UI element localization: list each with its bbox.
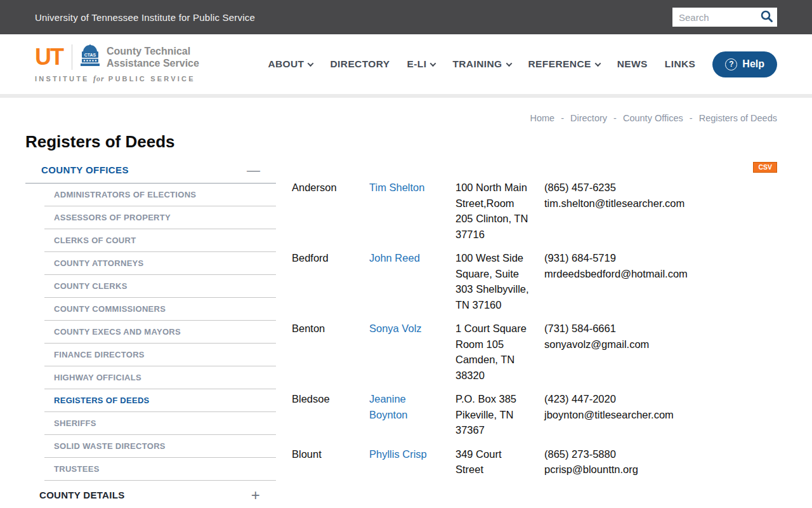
name-cell: Tim Shelton (369, 180, 455, 242)
sidebar-item-highway-officials[interactable]: HIGHWAY OFFICIALS (44, 366, 276, 389)
collapse-minus-icon[interactable]: — (247, 166, 260, 175)
county-cell: Bledsoe (292, 391, 369, 438)
sidebar-section-title: COUNTY OFFICES (41, 164, 129, 175)
table-row: Benton Sonya Volz 1 Court Square Room 10… (292, 321, 777, 383)
sidebar-item-county-attorneys[interactable]: COUNTY ATTORNEYS (44, 252, 276, 275)
phone-text: (423) 447-2020 (544, 391, 777, 407)
registers-table: CSV Anderson Tim Shelton 100 North Main … (292, 161, 777, 486)
sidebar-section-county-details[interactable]: COUNTY DETAILS + (25, 481, 276, 500)
search-input[interactable] (672, 12, 759, 23)
address-cell: 100 North Main Street,Room 205 Clinton, … (455, 180, 529, 242)
ut-logo: UT (35, 46, 63, 69)
chevron-down-icon (308, 60, 314, 67)
register-name-link[interactable]: Sonya Volz (369, 321, 422, 337)
csv-export-button[interactable]: CSV (753, 162, 777, 173)
capitol-icon: CTAS (80, 44, 100, 70)
contact-cell: (865) 457-6235 tim.shelton@titlesearcher… (544, 180, 777, 242)
search-button[interactable] (759, 10, 777, 25)
site-header: UT CTAS County Technical Assistance Serv (0, 34, 812, 94)
org-name: County Technical Assistance Service (107, 45, 199, 69)
search-icon (760, 10, 773, 25)
sidebar-item-finance-directors[interactable]: FINANCE DIRECTORS (44, 344, 276, 366)
sidebar-item-county-commissioners[interactable]: COUNTY COMMISSIONERS (44, 298, 276, 321)
chevron-down-icon (594, 60, 601, 67)
nav-e-li[interactable]: E-LI (407, 58, 436, 70)
sidebar-list: ADMINISTRATORS OF ELECTIONS ASSESSORS OF… (25, 184, 276, 481)
sidebar-item-registers-of-deeds[interactable]: REGISTERS OF DEEDS (44, 389, 276, 412)
top-utility-bar: University of Tennessee Institute for Pu… (0, 0, 812, 34)
breadcrumb-separator: - (561, 113, 564, 123)
main-nav: ABOUT DIRECTORY E-LI TRAINING REFERENCE … (268, 51, 777, 77)
register-name-link[interactable]: John Reed (369, 250, 420, 266)
contact-cell: (865) 273-5880 pcrisp@blounttn.org (544, 446, 777, 478)
register-name-link[interactable]: Jeanine Boynton (369, 391, 439, 422)
nav-training[interactable]: TRAINING (452, 58, 511, 70)
institute-tagline: INSTITUTE for PUBLIC SERVICE (35, 74, 199, 84)
address-cell: P.O. Box 385 Pikeville, TN 37367 (455, 391, 529, 438)
contact-cell: (731) 584-6661 sonyavolz@gmail.com (544, 321, 777, 383)
nav-news[interactable]: NEWS (617, 58, 648, 70)
svg-text:CTAS: CTAS (84, 53, 96, 57)
table-row: Anderson Tim Shelton 100 North Main Stre… (292, 180, 777, 242)
email-text: tim.shelton@titlesearcher.com (544, 196, 777, 211)
page-content: Home - Directory - County Offices - Regi… (0, 113, 812, 500)
table-row: Bedford John Reed 100 West Side Square, … (292, 250, 777, 312)
phone-text: (931) 684-5719 (544, 250, 777, 266)
name-cell: John Reed (369, 250, 455, 312)
contact-cell: (931) 684-5719 mrdeedsbedford@hotmail.co… (544, 250, 777, 312)
county-cell: Bedford (292, 250, 369, 312)
logo-top-row: UT CTAS County Technical Assistance Serv (35, 44, 199, 70)
name-cell: Sonya Volz (369, 321, 455, 383)
sidebar-item-sheriffs[interactable]: SHERIFFS (44, 412, 276, 435)
page-title: Registers of Deeds (25, 132, 777, 152)
system-title: University of Tennessee Institute for Pu… (35, 12, 255, 23)
email-text: jboynton@titlesearcher.com (544, 407, 777, 423)
phone-text: (731) 584-6661 (544, 321, 777, 337)
address-cell: 349 Court Street (455, 446, 529, 478)
export-row: CSV (292, 161, 777, 175)
breadcrumb-separator: - (613, 113, 617, 123)
nav-reference[interactable]: REFERENCE (528, 58, 600, 70)
sidebar-item-county-execs-and-mayors[interactable]: COUNTY EXECS AND MAYORS (44, 321, 276, 344)
register-name-link[interactable]: Tim Shelton (369, 180, 424, 196)
chevron-down-icon (506, 60, 512, 67)
help-button[interactable]: ? Help (712, 51, 777, 77)
sidebar-item-solid-waste-directors[interactable]: SOLID WASTE DIRECTORS (44, 435, 276, 458)
expand-plus-icon[interactable]: + (251, 491, 260, 500)
contact-cell: (423) 447-2020 jboynton@titlesearcher.co… (544, 391, 777, 438)
sidebar-item-county-clerks[interactable]: COUNTY CLERKS (44, 275, 276, 298)
nav-directory[interactable]: DIRECTORY (330, 58, 390, 70)
email-text: pcrisp@blounttn.org (544, 462, 777, 478)
sidebar: COUNTY OFFICES — ADMINISTRATORS OF ELECT… (25, 161, 276, 500)
breadcrumb-directory[interactable]: Directory (570, 113, 607, 123)
nav-links[interactable]: LINKS (665, 58, 696, 70)
register-name-link[interactable]: Phyllis Crisp (369, 446, 427, 462)
email-text: mrdeedsbedford@hotmail.com (544, 266, 777, 282)
address-cell: 1 Court Square Room 105 Camden, TN 38320 (455, 321, 529, 383)
sidebar-item-administrators-of-elections[interactable]: ADMINISTRATORS OF ELECTIONS (44, 184, 276, 206)
breadcrumb: Home - Directory - County Offices - Regi… (25, 113, 777, 123)
ctas-logo[interactable]: UT CTAS County Technical Assistance Serv (35, 44, 199, 84)
table-row: Bledsoe Jeanine Boynton P.O. Box 385 Pik… (292, 391, 777, 438)
name-cell: Phyllis Crisp (369, 446, 455, 478)
breadcrumb-registers-of-deeds[interactable]: Registers of Deeds (699, 113, 777, 123)
sidebar-item-clerks-of-court[interactable]: CLERKS OF COURT (44, 229, 276, 252)
sidebar-section-county-offices[interactable]: COUNTY OFFICES — (25, 161, 276, 184)
nav-about[interactable]: ABOUT (268, 58, 313, 70)
phone-text: (865) 457-6235 (544, 180, 777, 196)
county-cell: Benton (292, 321, 369, 383)
logo-divider (72, 44, 72, 70)
search-box[interactable] (672, 8, 777, 27)
header-divider (0, 94, 812, 98)
table-row: Blount Phyllis Crisp 349 Court Street (8… (292, 446, 777, 478)
breadcrumb-home[interactable]: Home (530, 113, 554, 123)
name-cell: Jeanine Boynton (369, 391, 455, 438)
county-cell: Blount (292, 446, 369, 478)
chevron-down-icon (430, 60, 436, 67)
sidebar-item-trustees[interactable]: TRUSTEES (44, 458, 276, 481)
sidebar-item-assessors-of-property[interactable]: ASSESSORS OF PROPERTY (44, 206, 276, 229)
address-cell: 100 West Side Square, Suite 303 Shelbyvi… (455, 250, 529, 312)
breadcrumb-separator: - (690, 113, 693, 123)
breadcrumb-county-offices[interactable]: County Offices (623, 113, 683, 123)
help-icon: ? (725, 58, 737, 70)
